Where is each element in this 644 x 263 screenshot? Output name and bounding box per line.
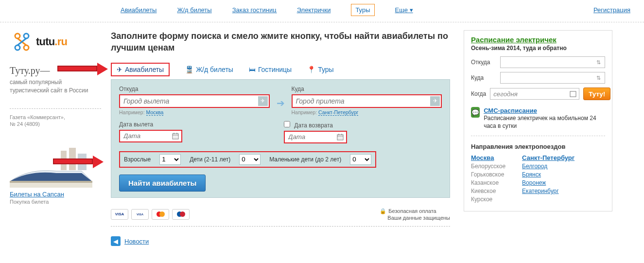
from-hint-link[interactable]: Москва [146,109,164,116]
page-headline: Заполните форму поиска и смело жмите кно… [111,30,450,54]
nav-hotels[interactable]: Заказ гостиниц [232,6,277,14]
passengers-row: Взрослые 1 Дети (2-11 лет) 0 Маленькие д… [119,151,376,168]
from-label: Откуда [119,86,270,92]
svg-rect-12 [53,158,93,164]
sub-when-label: Когда [471,90,486,97]
svg-rect-9 [57,66,97,71]
sub-from-input[interactable] [500,56,605,68]
top-nav: Авиабилеты Ж/д билеты Заказ гостиниц Эле… [0,0,644,22]
to-label: Куда [292,86,442,92]
dir-voronezh[interactable]: Воронеж [522,179,546,186]
logo-text-black: tutu [36,35,54,48]
maestro-icon [172,209,190,220]
to-hint-link[interactable]: Санкт-Петербург [318,109,358,116]
svg-rect-8 [10,183,92,188]
payment-cards: VISA VISA [111,209,190,220]
tab-rail[interactable]: 🚆 Ж/д билеты [185,66,233,73]
dir-kievskoe[interactable]: Киевское [471,188,496,194]
dir-belorusskoe[interactable]: Белорусское [471,163,505,170]
dir-kazanskoe[interactable]: Казанское [471,179,499,186]
depart-label: Дата вылета [119,121,277,128]
sub-when-input[interactable] [490,88,579,100]
logo-text-orange: .ru [54,35,67,48]
return-date-input[interactable] [284,131,347,143]
sms-icon: 💬 [471,107,480,118]
from-input[interactable] [119,94,270,108]
suburban-title[interactable]: Расписание электричек [471,35,557,44]
register-link[interactable]: Регистрация [593,6,630,14]
right-column: Расписание электричек Осень-зима 2014, т… [457,30,612,246]
children-select[interactable]: 0 [239,154,261,165]
plane-icon: ✈ [117,66,122,73]
train-icon: 🚆 [185,66,193,73]
suburban-sub: Осень-зима 2014, туда и обратно [471,45,605,52]
swap-arrow-icon: ➔ [277,97,285,109]
directions-columns: Москва Белорусское Горьковское Казанское… [471,154,605,204]
svg-point-1 [24,34,29,38]
logo[interactable]: tutu.ru [10,30,101,53]
sapsan-sub: Покупка билета [10,199,101,205]
sapsan-link[interactable]: Билеты на Сапсан [10,191,64,198]
svg-point-3 [24,45,29,50]
nav-suburban[interactable]: Электрички [297,6,331,14]
nav-more[interactable]: Еще [395,6,413,14]
to-input[interactable] [292,94,442,108]
directions-col-1: Москва Белорусское Горьковское Казанское… [471,154,505,204]
directions-col-2: Санкт-Петербург Белгород Брянск Воронеж … [522,154,574,204]
arrow-annotation-1 [57,63,108,75]
dir-kurskoe[interactable]: Курское [471,196,492,203]
sub-to-input[interactable] [500,72,605,84]
dir-bryansk[interactable]: Брянск [522,171,541,178]
paper-quote: Газета «Коммерсант»,№ 24 (4809) [10,114,101,128]
infants-select[interactable]: 0 [350,154,371,165]
plane-to-icon: ✈ [430,96,440,106]
sub-to-label: Куда [471,74,496,81]
mastercard-icon [152,209,169,220]
from-hint: Например: Москва [119,109,270,115]
infants-label: Маленькие дети (до 2 лет) [269,156,341,163]
lock-icon: 🔒 [380,208,386,214]
adults-select[interactable]: 1 [159,154,181,165]
nav-tours[interactable]: Туры [351,4,374,16]
center-column: Заполните форму поиска и смело жмите кно… [111,30,457,246]
logo-icon [10,30,33,53]
news-row: ◀ Новости [111,236,450,246]
dir-moscow[interactable]: Москва [471,154,494,161]
tutu-button[interactable]: Туту! [583,88,610,100]
visa-card-icon: VISA [111,209,128,220]
svg-point-2 [15,45,20,50]
tab-avia[interactable]: ✈ Авиабилеты [111,63,170,76]
arrow-annotation-2 [53,156,104,168]
news-link[interactable]: Новости [124,238,149,245]
depart-date-input[interactable] [119,130,182,142]
dir-spb[interactable]: Санкт-Петербург [522,154,574,161]
nav-avia[interactable]: Авиабилеты [121,6,157,14]
return-label: Дата возврата [284,121,442,129]
secure-payment: 🔒Безопасная оплата Ваши данные защищены [380,208,450,222]
slogan-desc: самый популярный туристический сайт в Ро… [10,78,101,95]
children-label: Дети (2-11 лет) [190,156,230,163]
find-flights-button[interactable]: Найти авиабилеты [119,175,206,192]
dir-ekaterinburg[interactable]: Екатеринбург [522,188,559,194]
svg-rect-7 [10,181,92,183]
plane-from-icon: ✈ [258,96,268,106]
dir-belgorod[interactable]: Белгород [522,163,547,170]
nav-rail[interactable]: Ж/д билеты [177,6,211,14]
news-icon: ◀ [111,236,121,246]
sms-link[interactable]: СМС-расписание [484,107,537,114]
dir-gorkovskoe[interactable]: Горьковское [471,171,504,178]
sapsan-image [10,147,101,191]
search-tabs: ✈ Авиабилеты 🚆 Ж/д билеты 🛏 Гостиницы 📍 … [111,63,450,76]
tab-tours[interactable]: 📍 Туры [307,66,333,73]
visa-electron-icon: VISA [131,209,149,220]
return-checkbox[interactable] [284,121,290,127]
sms-desc: Расписание электричек на мобильном 24 ча… [484,114,605,130]
tab-hotels[interactable]: 🛏 Гостиницы [249,66,292,73]
bed-icon: 🛏 [249,66,256,73]
adults-label: Взрослые [124,156,151,163]
sms-block: 💬 СМС-расписание Расписание электричек н… [471,107,605,136]
search-form: Откуда ✈ Например: Москва ➔ Куда ✈ Напри… [111,79,450,198]
to-hint: Например: Санкт-Петербург [292,109,442,115]
svg-marker-10 [97,63,108,75]
svg-marker-13 [93,156,104,168]
